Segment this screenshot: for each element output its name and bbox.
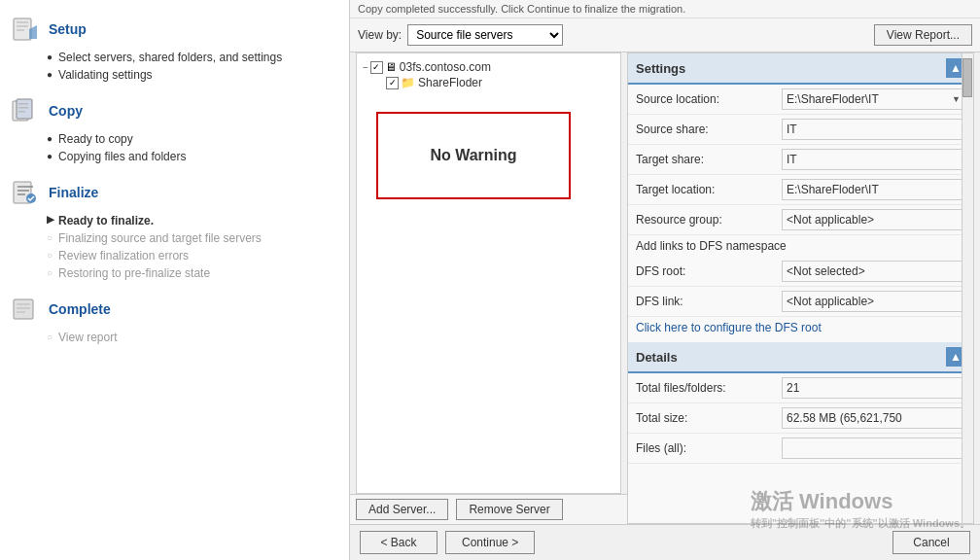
dfs-link-value: <Not applicable>: [782, 291, 965, 312]
target-location-value: E:\ShareFloder\IT: [782, 179, 965, 200]
remove-server-button[interactable]: Remove Server: [456, 499, 562, 520]
sidebar-item-select-servers: ● Select servers, shared folders, and se…: [47, 49, 349, 66]
sidebar-section-setup: Setup ● Select servers, shared folders, …: [0, 10, 349, 84]
settings-row-dfs-link: DFS link: <Not applicable>: [628, 287, 973, 317]
sidebar-item-ready-finalize: ▶ Ready to finalize.: [47, 212, 349, 229]
svg-rect-13: [17, 303, 30, 305]
view-report-button[interactable]: View Report...: [874, 24, 972, 46]
add-server-button[interactable]: Add Server...: [356, 499, 448, 520]
target-share-value: IT: [782, 149, 965, 170]
tree-label-sharefloder: ShareFloder: [418, 76, 482, 89]
dfs-section-label: Add links to DFS namespace: [628, 235, 973, 257]
sidebar: Setup ● Select servers, shared folders, …: [0, 0, 350, 560]
sidebar-items-setup: ● Select servers, shared folders, and se…: [0, 49, 349, 84]
svg-rect-7: [18, 103, 28, 105]
source-location-dropdown[interactable]: ▼: [952, 94, 961, 104]
svg-rect-15: [17, 311, 25, 313]
dfs-root-label: DFS root:: [636, 264, 782, 278]
settings-row-target-location: Target location: E:\ShareFloder\IT: [628, 175, 973, 205]
dfs-root-value: <Not selected>: [782, 261, 965, 282]
details-row-files-all: Files (all):: [628, 434, 973, 464]
cancel-button[interactable]: Cancel: [892, 531, 970, 554]
svg-rect-9: [18, 111, 25, 113]
target-location-label: Target location:: [636, 183, 782, 196]
source-location-value: E:\ShareFloder\IT ▼: [782, 88, 965, 110]
sidebar-title-setup: Setup: [49, 21, 87, 37]
left-content-panel: View by: Source file servers − ✓ 🖥 03fs.…: [350, 18, 627, 524]
settings-row-dfs-root: DFS root: <Not selected>: [628, 257, 973, 287]
tree-expander[interactable]: −: [363, 62, 368, 73]
back-button[interactable]: < Back: [360, 531, 438, 554]
settings-details-panel: View Report... Settings ▲ Source locatio…: [627, 18, 980, 524]
tree-content: − ✓ 🖥 03fs.contoso.com ✓ 📁 ShareFloder: [356, 52, 621, 494]
warning-text: No Warning: [430, 147, 516, 164]
sidebar-item-review-finalization: ○ Review finalization errors: [47, 247, 349, 264]
source-share-value: IT: [782, 119, 965, 140]
details-section-header: Details ▲: [628, 342, 973, 373]
total-files-value: 21: [782, 377, 965, 399]
scrollbar[interactable]: [962, 53, 973, 523]
right-panel: Copy completed successfully. Click Conti…: [350, 0, 980, 560]
tree-folder-icon: 📁: [401, 76, 415, 89]
settings-section-header: Settings ▲: [628, 53, 973, 85]
sidebar-items-complete: ○ View report: [0, 329, 349, 346]
complete-icon: [10, 294, 41, 325]
view-by-label: View by:: [358, 28, 402, 42]
sidebar-section-complete: Complete ○ View report: [0, 290, 349, 346]
sidebar-title-complete: Complete: [49, 301, 111, 317]
sidebar-item-view-report: ○ View report: [47, 329, 349, 346]
settings-rows: Source location: E:\ShareFloder\IT ▼ Sou…: [628, 85, 973, 338]
sidebar-item-ready-copy: ● Ready to copy: [47, 130, 349, 148]
details-row-total-files: Total files/folders: 21: [628, 373, 973, 403]
warning-box: No Warning: [376, 112, 571, 199]
sidebar-item-finalizing: ○ Finalizing source and target file serv…: [47, 229, 349, 247]
continue-button[interactable]: Continue >: [445, 531, 535, 554]
view-by-bar: View by: Source file servers: [350, 18, 627, 52]
dfs-configure-link[interactable]: Click here to configure the DFS root: [636, 321, 822, 334]
sidebar-item-validating: ● Validating settings: [47, 66, 349, 84]
sidebar-item-restoring: ○ Restoring to pre-finalize state: [47, 264, 349, 282]
tree-checkbox-sharefloder[interactable]: ✓: [386, 77, 399, 89]
total-size-value: 62.58 MB (65,621,750: [782, 407, 965, 429]
bottom-bar: < Back Continue > Cancel: [350, 524, 980, 560]
settings-row-source-location: Source location: E:\ShareFloder\IT ▼: [628, 85, 973, 115]
tree-child-sharefloder: ✓ 📁 ShareFloder: [386, 75, 614, 90]
svg-rect-8: [18, 107, 28, 109]
tree-add-bar: Add Server... Remove Server: [350, 494, 627, 524]
sidebar-item-copying: ● Copying files and folders: [47, 148, 349, 165]
details-rows: Total files/folders: 21 Total size: 62.5…: [628, 373, 973, 464]
source-location-label: Source location:: [636, 92, 782, 106]
view-by-select[interactable]: Source file servers: [407, 24, 563, 46]
top-right-bar: View Report...: [627, 18, 980, 52]
files-all-value: [782, 438, 965, 459]
total-files-label: Total files/folders:: [636, 381, 782, 395]
setup-icon: [10, 14, 41, 45]
sidebar-section-copy: Copy ● Ready to copy ● Copying files and…: [0, 91, 349, 165]
settings-row-resource-group: Resource group: <Not applicable>: [628, 205, 973, 235]
total-size-label: Total size:: [636, 411, 782, 425]
svg-rect-6: [17, 99, 32, 119]
dfs-configure-link-row[interactable]: Click here to configure the DFS root: [628, 317, 973, 338]
svg-rect-14: [17, 307, 30, 309]
resource-group-label: Resource group:: [636, 213, 782, 227]
details-row-total-size: Total size: 62.58 MB (65,621,750: [628, 403, 973, 434]
settings-row-target-share: Target share: IT: [628, 145, 973, 175]
dfs-link-label: DFS link:: [636, 295, 782, 308]
svg-rect-1: [17, 21, 28, 23]
tree-checkbox-root[interactable]: ✓: [370, 61, 383, 74]
sidebar-title-finalize: Finalize: [49, 185, 98, 200]
copy-icon: [10, 95, 41, 126]
svg-rect-2: [17, 25, 28, 27]
tree-node-sharefloder[interactable]: ✓ 📁 ShareFloder: [386, 75, 614, 90]
sidebar-items-copy: ● Ready to copy ● Copying files and fold…: [0, 130, 349, 165]
tree-node-root[interactable]: − ✓ 🖥 03fs.contoso.com: [363, 59, 614, 75]
settings-row-source-share: Source share: IT: [628, 115, 973, 145]
sidebar-section-finalize: Finalize ▶ Ready to finalize. ○ Finalizi…: [0, 173, 349, 282]
svg-rect-3: [17, 29, 24, 31]
resource-group-value: <Not applicable>: [782, 209, 965, 230]
files-all-label: Files (all):: [636, 441, 782, 455]
top-message-bar: Copy completed successfully. Click Conti…: [350, 0, 980, 18]
sidebar-title-copy: Copy: [49, 103, 83, 119]
scrollbar-thumb[interactable]: [962, 58, 972, 97]
source-share-label: Source share:: [636, 122, 782, 136]
